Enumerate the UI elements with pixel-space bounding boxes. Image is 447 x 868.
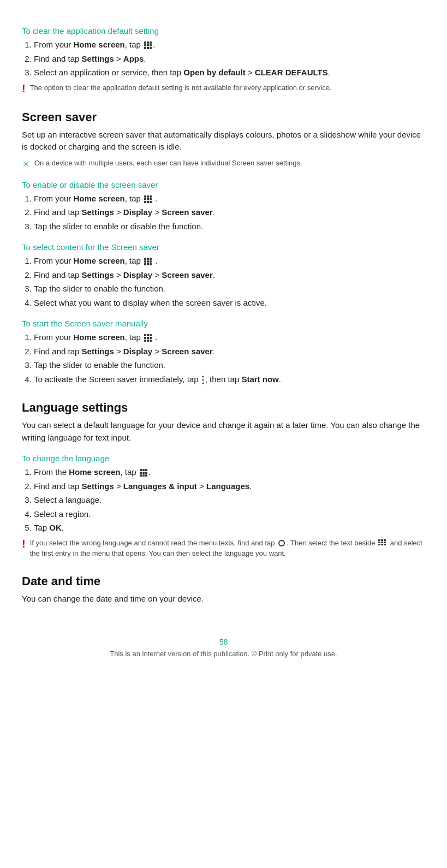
svg-point-38 xyxy=(202,382,204,384)
settings-label: Settings xyxy=(82,347,114,356)
svg-point-37 xyxy=(202,379,204,381)
svg-rect-33 xyxy=(144,340,146,342)
lang-warning-row: ! If you select the wrong language and c… xyxy=(22,538,425,559)
svg-rect-7 xyxy=(147,47,149,49)
screen-saver-label: Screen saver xyxy=(162,207,212,217)
screen-saver-desc: Set up an interactive screen saver that … xyxy=(22,129,425,153)
svg-rect-21 xyxy=(144,260,146,263)
list-item: Select a region. xyxy=(34,508,425,521)
home-screen-label: Home screen xyxy=(74,256,125,265)
svg-rect-6 xyxy=(144,47,146,49)
display-label: Display xyxy=(123,347,152,356)
enable-steps-list: From your Home screen, tap . Find and ta… xyxy=(34,193,425,233)
list-item: Find and tap Settings > Display > Screen… xyxy=(34,206,425,219)
list-item: Tap OK. xyxy=(34,522,425,534)
svg-rect-51 xyxy=(384,539,386,541)
svg-rect-43 xyxy=(142,472,145,474)
start-now-label: Start now xyxy=(241,374,278,384)
list-item: From your Home screen, tap . xyxy=(34,39,425,51)
warning-icon: ! xyxy=(22,82,26,95)
language-heading: Language settings xyxy=(22,401,425,415)
svg-rect-16 xyxy=(147,201,149,203)
svg-rect-46 xyxy=(142,474,145,477)
svg-rect-4 xyxy=(147,44,149,46)
svg-rect-57 xyxy=(384,544,386,545)
svg-rect-41 xyxy=(145,469,147,471)
list-item: Tap the slider to enable the function. xyxy=(34,359,425,372)
display-label: Display xyxy=(123,207,152,217)
svg-point-36 xyxy=(202,376,204,377)
svg-rect-12 xyxy=(144,198,146,200)
svg-rect-13 xyxy=(147,198,149,200)
apps-label: Apps xyxy=(123,54,144,63)
list-item: From your Home screen, tap . xyxy=(34,255,425,267)
grid-icon xyxy=(378,539,387,547)
page-number: 58 xyxy=(22,638,425,646)
svg-rect-23 xyxy=(150,260,152,263)
svg-rect-18 xyxy=(144,258,146,260)
list-item: From your Home screen, tap . xyxy=(34,193,425,205)
home-screen-label: Home screen xyxy=(69,467,120,477)
svg-rect-50 xyxy=(381,539,383,541)
apps-icon xyxy=(144,257,152,266)
warning-icon: ! xyxy=(22,538,26,550)
list-item: Find and tap Settings > Apps. xyxy=(34,53,425,66)
svg-rect-49 xyxy=(378,539,380,541)
settings-label: Settings xyxy=(82,481,114,491)
settings-label: Settings xyxy=(82,54,114,63)
date-time-desc: You can change the date and time on your… xyxy=(22,593,425,605)
svg-point-48 xyxy=(279,540,284,546)
svg-rect-27 xyxy=(144,334,146,336)
svg-rect-1 xyxy=(147,41,149,44)
list-item: Tap the slider to enable or disable the … xyxy=(34,221,425,233)
warning-row: ! The option to clear the application de… xyxy=(22,82,425,95)
content-heading: To select content for the Screen saver xyxy=(22,242,425,252)
date-time-heading: Date and time xyxy=(22,574,425,588)
svg-rect-14 xyxy=(150,198,152,200)
apps-icon xyxy=(144,41,152,50)
svg-rect-3 xyxy=(144,44,146,46)
footer-disclaimer: This is an internet version of this publ… xyxy=(110,650,337,658)
tip-text: On a device with multiple users, each us… xyxy=(34,158,302,169)
svg-rect-35 xyxy=(150,340,152,342)
change-lang-heading: To change the language xyxy=(22,454,425,463)
svg-rect-54 xyxy=(384,542,386,543)
list-item: Select an application or service, then t… xyxy=(34,67,425,79)
svg-rect-31 xyxy=(147,337,149,339)
settings-label: Settings xyxy=(82,207,114,217)
language-desc: You can select a default language for yo… xyxy=(22,419,425,444)
list-item: Find and tap Settings > Languages & inpu… xyxy=(34,480,425,493)
svg-rect-24 xyxy=(144,263,146,265)
date-time-section: Date and time You can change the date an… xyxy=(22,574,425,605)
svg-rect-20 xyxy=(150,258,152,260)
lang-input-label: Languages & input xyxy=(123,481,197,491)
clear-section: To clear the application default setting… xyxy=(22,26,425,95)
apps-icon xyxy=(144,195,152,204)
svg-rect-17 xyxy=(150,201,152,203)
home-screen-label: Home screen xyxy=(74,332,125,342)
lightbulb-icon: ✳ xyxy=(22,158,30,170)
svg-rect-39 xyxy=(140,469,142,471)
svg-rect-2 xyxy=(150,41,152,44)
svg-rect-11 xyxy=(150,195,152,198)
lang-warning-text: If you select the wrong language and can… xyxy=(30,538,425,559)
svg-rect-10 xyxy=(147,195,149,198)
svg-rect-40 xyxy=(142,469,145,471)
circle-icon xyxy=(278,539,285,547)
list-item: Select a language. xyxy=(34,494,425,507)
clear-steps-list: From your Home screen, tap . Find and ta… xyxy=(34,39,425,79)
screen-saver-label: Screen saver xyxy=(162,347,212,356)
change-lang-steps-list: From the Home screen, tap . Find and tap… xyxy=(34,466,425,534)
list-item: Find and tap Settings > Display > Screen… xyxy=(34,346,425,358)
open-by-default-label: Open by default xyxy=(183,68,245,77)
svg-rect-29 xyxy=(150,334,152,336)
svg-rect-8 xyxy=(150,47,152,49)
screen-saver-section: Screen saver Set up an interactive scree… xyxy=(22,110,425,386)
screen-saver-label: Screen saver xyxy=(162,270,212,280)
svg-rect-53 xyxy=(381,542,383,543)
tip-row: ✳ On a device with multiple users, each … xyxy=(22,158,425,170)
svg-rect-0 xyxy=(144,41,146,44)
svg-rect-56 xyxy=(381,544,383,545)
svg-rect-32 xyxy=(150,337,152,339)
list-item: Find and tap Settings > Display > Screen… xyxy=(34,269,425,282)
